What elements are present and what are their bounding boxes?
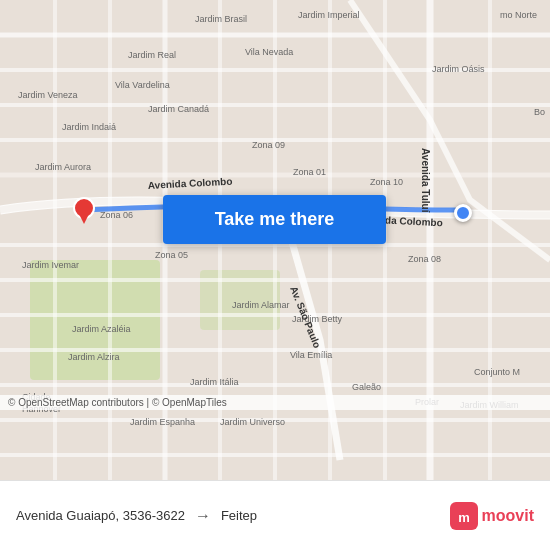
arrow-icon: → — [195, 507, 211, 525]
origin-text: Avenida Guaiapó, 3536-3622 — [16, 508, 185, 523]
svg-text:Vila Nevada: Vila Nevada — [245, 47, 293, 57]
svg-text:m: m — [458, 510, 470, 525]
svg-text:Zona 08: Zona 08 — [408, 254, 441, 264]
svg-text:Jardim Aurora: Jardim Aurora — [35, 162, 91, 172]
svg-text:Vila Vardelina: Vila Vardelina — [115, 80, 170, 90]
moovit-icon: m — [450, 502, 478, 530]
map-container: Jardim Brasil Jardim Imperial Jardim Rea… — [0, 0, 550, 480]
moovit-logo: m moovit — [450, 502, 534, 530]
route-info: Avenida Guaiapó, 3536-3622 → Feitep — [16, 507, 450, 525]
svg-text:Jardim Alamar: Jardim Alamar — [232, 300, 290, 310]
svg-text:Avenida Tuluí: Avenida Tuluí — [420, 148, 431, 214]
svg-text:Jardim Universo: Jardim Universo — [220, 417, 285, 427]
svg-text:Jardim Imperial: Jardim Imperial — [298, 10, 360, 20]
take-me-there-button[interactable]: Take me there — [163, 195, 386, 244]
svg-text:Bo: Bo — [534, 107, 545, 117]
attribution-bar: © OpenStreetMap contributors | © OpenMap… — [0, 395, 550, 410]
svg-text:Jardim Real: Jardim Real — [128, 50, 176, 60]
svg-text:Jardim Canadá: Jardim Canadá — [148, 104, 209, 114]
svg-text:Jardim Veneza: Jardim Veneza — [18, 90, 78, 100]
svg-text:Galeão: Galeão — [352, 382, 381, 392]
svg-text:Zona 05: Zona 05 — [155, 250, 188, 260]
origin-marker — [72, 196, 96, 220]
svg-text:Jardim Espanha: Jardim Espanha — [130, 417, 195, 427]
destination-marker — [454, 204, 472, 222]
svg-text:Jardim Indaiá: Jardim Indaiá — [62, 122, 116, 132]
svg-text:Zona 10: Zona 10 — [370, 177, 403, 187]
svg-text:Jardim Itália: Jardim Itália — [190, 377, 239, 387]
svg-text:Jardim Alzira: Jardim Alzira — [68, 352, 120, 362]
svg-text:Jardim Brasil: Jardim Brasil — [195, 14, 247, 24]
attribution-text: © OpenStreetMap contributors | © OpenMap… — [8, 397, 227, 408]
svg-marker-62 — [79, 214, 89, 224]
svg-text:Zona 01: Zona 01 — [293, 167, 326, 177]
bottom-bar: Avenida Guaiapó, 3536-3622 → Feitep m mo… — [0, 480, 550, 550]
svg-text:Zona 09: Zona 09 — [252, 140, 285, 150]
svg-text:Jardim Ivemar: Jardim Ivemar — [22, 260, 79, 270]
svg-text:Conjunto M: Conjunto M — [474, 367, 520, 377]
svg-text:Jardim Oásis: Jardim Oásis — [432, 64, 485, 74]
destination-text: Feitep — [221, 508, 257, 523]
moovit-logo-text: moovit — [482, 507, 534, 525]
svg-text:mo Norte: mo Norte — [500, 10, 537, 20]
svg-text:Zona 06: Zona 06 — [100, 210, 133, 220]
svg-text:Jardim Azaléia: Jardim Azaléia — [72, 324, 131, 334]
svg-text:Vila Emília: Vila Emília — [290, 350, 332, 360]
